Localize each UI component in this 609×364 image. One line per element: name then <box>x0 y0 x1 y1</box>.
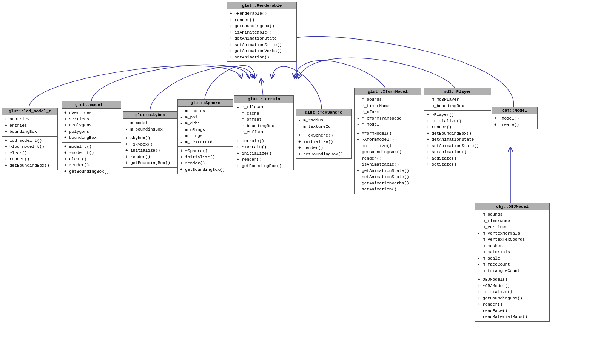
skybox-attrs: - m_model - m_boundingBox <box>123 119 177 134</box>
md3player-methods: + ~Player() + initialize() + render() + … <box>424 111 491 169</box>
terrain-methods: + Terrain() + ~Terrain() + initialize() … <box>234 137 293 170</box>
lod-model-title: glut::lod_model_t <box>2 108 57 115</box>
obj-model-methods: + ~Model() + create() <box>492 114 537 129</box>
model-t-methods: + model_t() + ~model_t() + clear() + ren… <box>62 143 121 176</box>
model-t-box: glut::model_t + nVertices + vertices + n… <box>62 101 121 176</box>
xformmodel-box: glut::XformModel - m_bounds - m_timerNam… <box>354 88 421 194</box>
obj-model-box: obj::Model + ~Model() + create() <box>492 107 538 129</box>
sphere-title: glut::Sphere <box>178 100 233 107</box>
skybox-title: glut::Skybox <box>123 112 177 119</box>
obj-objmodel-title: obj::OBJModel <box>475 203 549 210</box>
terrain-title: glut::Terrain <box>234 96 293 103</box>
renderable-title: glut::Renderable <box>227 2 296 9</box>
texsphere-title: glut::TexSphere <box>296 109 351 116</box>
obj-objmodel-box: obj::OBJModel - m_bounds - m_timerName -… <box>475 203 550 322</box>
md3player-attrs: - m_md3Player - m_boundingBox <box>424 95 491 111</box>
renderable-methods: + ~Renderable() + render() + getBounding… <box>227 9 296 61</box>
sphere-box: glut::Sphere - m_radius - m_phi - m_dPhi… <box>177 99 233 174</box>
skybox-box: glut::Skybox - m_model - m_boundingBox +… <box>123 111 177 168</box>
skybox-methods: + Skybox() + ~Skybox() + initialize() + … <box>123 134 177 167</box>
sphere-attrs: - m_radius - m_phi - m_dPhi - m_nRings -… <box>178 107 233 147</box>
terrain-box: glut::Terrain - m_tileset - m_cache - m_… <box>234 95 294 170</box>
obj-model-title: obj::Model <box>492 107 537 114</box>
lod-model-methods: + lod_model_t() + ~lod_model_t() + clear… <box>2 137 57 170</box>
lod-model-box: glut::lod_model_t + nEntries + entries +… <box>2 108 58 170</box>
texsphere-methods: + ~TexSphere() + initialize() + render()… <box>296 131 351 158</box>
texsphere-box: glut::TexSphere - m_radius - m_textureId… <box>296 109 352 159</box>
obj-objmodel-attrs: - m_bounds - m_timerName - m_vertices - … <box>475 210 549 275</box>
md3player-title: md3::Player <box>424 88 491 95</box>
obj-objmodel-methods: + OBJModel() + ~OBJModel() + initialize(… <box>475 275 549 321</box>
model-t-attrs: + nVertices + vertices + nPolygons + pol… <box>62 109 121 143</box>
terrain-attrs: - m_tileset - m_cache - m_offset - m_bou… <box>234 103 293 137</box>
sphere-methods: + ~Sphere() + initialize() + render() + … <box>178 147 233 174</box>
diagram-container: glut::Renderable + ~Renderable() + rende… <box>0 0 609 364</box>
model-t-title: glut::model_t <box>62 101 121 109</box>
xformmodel-title: glut::XformModel <box>355 88 421 95</box>
xformmodel-attrs: - m_bounds - m_timerName - m_xform - m_x… <box>355 95 421 129</box>
renderable-box: glut::Renderable + ~Renderable() + rende… <box>227 2 297 62</box>
md3player-box: md3::Player - m_md3Player - m_boundingBo… <box>424 88 491 169</box>
xformmodel-methods: + XformModel() + ~XformModel() + initial… <box>355 129 421 194</box>
lod-model-attrs: + nEntries + entries + boundingBox <box>2 115 57 137</box>
texsphere-attrs: - m_radius - m_textureId <box>296 116 351 131</box>
